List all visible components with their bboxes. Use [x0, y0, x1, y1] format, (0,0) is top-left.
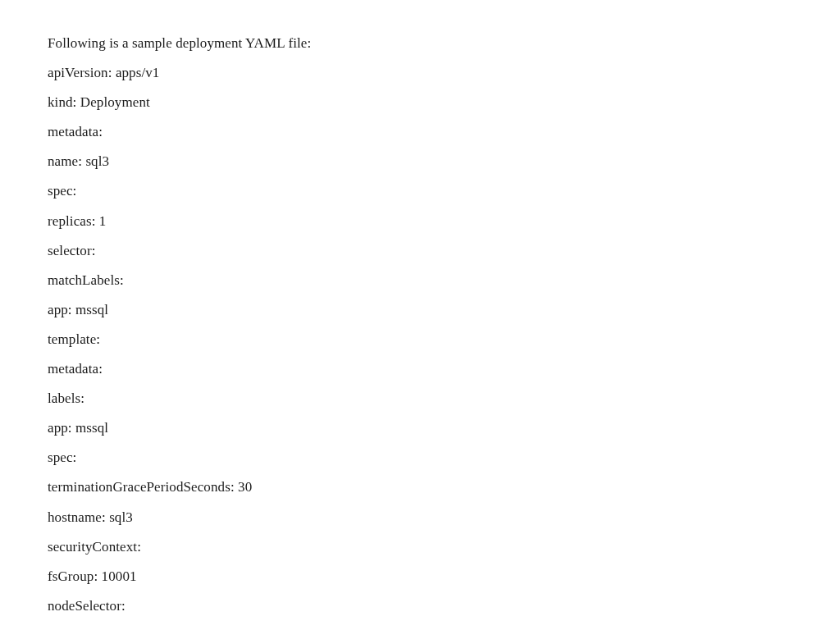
- yaml-line: replicas: 1: [48, 212, 792, 231]
- yaml-line: spec:: [48, 182, 792, 200]
- document-page: Following is a sample deployment YAML fi…: [0, 0, 840, 630]
- yaml-line: fsGroup: 10001: [48, 568, 792, 586]
- yaml-line: apiVersion: apps/v1: [48, 64, 792, 82]
- yaml-line: matchLabels:: [48, 272, 792, 290]
- yaml-line: labels:: [48, 390, 792, 408]
- yaml-line: app: mssql: [48, 301, 792, 319]
- intro-text: Following is a sample deployment YAML fi…: [48, 34, 792, 52]
- yaml-line: spec:: [48, 449, 792, 467]
- yaml-line: metadata:: [48, 123, 792, 141]
- yaml-line: securityContext:: [48, 538, 792, 556]
- yaml-line: template:: [48, 331, 792, 349]
- yaml-line: hostname: sql3: [48, 509, 792, 527]
- yaml-line: metadata:: [48, 360, 792, 378]
- yaml-line: name: sql3: [48, 153, 792, 171]
- yaml-line: app: mssql: [48, 419, 792, 437]
- yaml-line: terminationGracePeriodSeconds: 30: [48, 478, 792, 496]
- yaml-line: selector:: [48, 242, 792, 260]
- yaml-line: nodeSelector:: [48, 597, 792, 615]
- yaml-line: kind: Deployment: [48, 94, 792, 112]
